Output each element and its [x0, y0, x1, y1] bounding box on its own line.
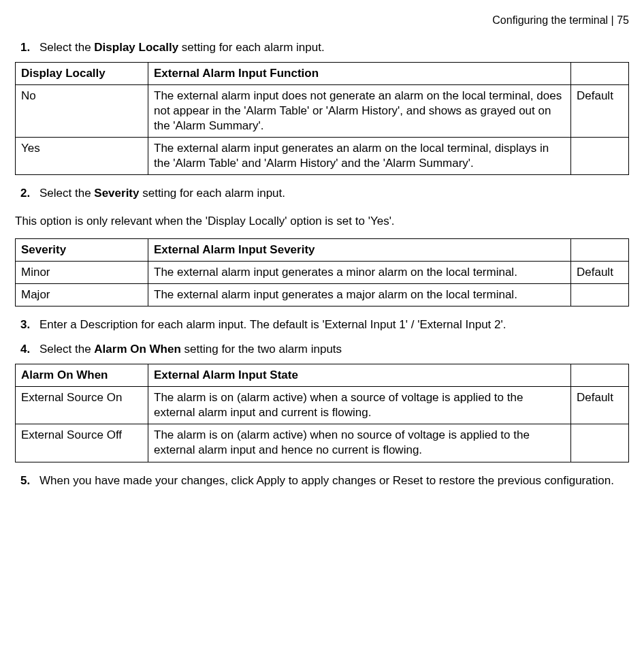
table-header-cell: [571, 238, 629, 261]
table-cell: External Source Off: [16, 424, 148, 462]
table-cell: The alarm is on (alarm active) when no s…: [148, 424, 571, 462]
table-header-cell: Severity: [16, 238, 148, 261]
step-1-num: 1.: [20, 40, 39, 55]
table-header-cell: Display Locally: [16, 62, 148, 84]
table-row: Minor The external alarm input generates…: [16, 261, 629, 283]
table-row: External Source Off The alarm is on (ala…: [16, 424, 629, 462]
step-2-prefix: Select the: [39, 187, 94, 200]
table-row: Display Locally External Alarm Input Fun…: [16, 62, 629, 84]
table-cell: External Source On: [16, 387, 148, 424]
table-cell: [571, 283, 629, 306]
step-3: 3. Enter a Description for each alarm in…: [20, 317, 629, 332]
step-4-bold: Alarm On When: [94, 343, 181, 356]
step-1-bold: Display Locally: [94, 41, 178, 54]
step-3-text: Enter a Description for each alarm input…: [39, 317, 629, 332]
table-header-cell: Alarm On When: [16, 364, 148, 387]
table-cell: [571, 138, 629, 175]
step-4-num: 4.: [20, 342, 39, 357]
step-1-suffix: setting for each alarm input.: [178, 41, 325, 54]
table-header-cell: External Alarm Input Severity: [148, 238, 571, 261]
step-2-bold: Severity: [94, 187, 139, 200]
table-row: Yes The external alarm input generates a…: [16, 138, 629, 175]
table-header-cell: [571, 364, 629, 387]
table-cell: Default: [571, 84, 629, 137]
table-row: External Source On The alarm is on (alar…: [16, 387, 629, 424]
table-cell: Yes: [16, 138, 148, 175]
step-1: 1. Select the Display Locally setting fo…: [20, 40, 629, 55]
table-display-locally: Display Locally External Alarm Input Fun…: [15, 62, 629, 176]
table-header-cell: [571, 62, 629, 84]
table-row: Severity External Alarm Input Severity: [16, 238, 629, 261]
table-row: Alarm On When External Alarm Input State: [16, 364, 629, 387]
page-header: Configuring the terminal | 75: [15, 14, 629, 28]
step-5: 5. When you have made your changes, clic…: [20, 473, 629, 488]
table-row: No The external alarm input does not gen…: [16, 84, 629, 137]
step-4-suffix: setting for the two alarm inputs: [181, 343, 342, 356]
step-4: 4. Select the Alarm On When setting for …: [20, 342, 629, 357]
table-header-cell: External Alarm Input State: [148, 364, 571, 387]
table-cell: The external alarm input does not genera…: [148, 84, 571, 137]
table-cell: Default: [571, 387, 629, 424]
table-cell: The external alarm input generates a min…: [148, 261, 571, 283]
table-severity: Severity External Alarm Input Severity M…: [15, 238, 629, 307]
table-cell: [571, 424, 629, 462]
table-cell: The alarm is on (alarm active) when a so…: [148, 387, 571, 424]
step-1-prefix: Select the: [39, 41, 94, 54]
step-4-text: Select the Alarm On When setting for the…: [39, 342, 629, 357]
step-3-num: 3.: [20, 317, 39, 332]
table-cell: Major: [16, 283, 148, 306]
step-4-prefix: Select the: [39, 343, 94, 356]
table-cell: Minor: [16, 261, 148, 283]
table-cell: The external alarm input generates a maj…: [148, 283, 571, 306]
table-row: Major The external alarm input generates…: [16, 283, 629, 306]
step-1-text: Select the Display Locally setting for e…: [39, 40, 629, 55]
table-cell: No: [16, 84, 148, 137]
step-2: 2. Select the Severity setting for each …: [20, 186, 629, 201]
step-2-suffix: setting for each alarm input.: [140, 187, 286, 200]
step-5-text: When you have made your changes, click A…: [39, 473, 629, 488]
table-alarm-on-when: Alarm On When External Alarm Input State…: [15, 364, 629, 462]
step-2-num: 2.: [20, 186, 39, 201]
step-5-num: 5.: [20, 473, 39, 488]
table-cell: The external alarm input generates an al…: [148, 138, 571, 175]
note-text: This option is only relevant when the 'D…: [15, 214, 629, 229]
table-header-cell: External Alarm Input Function: [148, 62, 571, 84]
table-cell: Default: [571, 261, 629, 283]
step-2-text: Select the Severity setting for each ala…: [39, 186, 629, 201]
